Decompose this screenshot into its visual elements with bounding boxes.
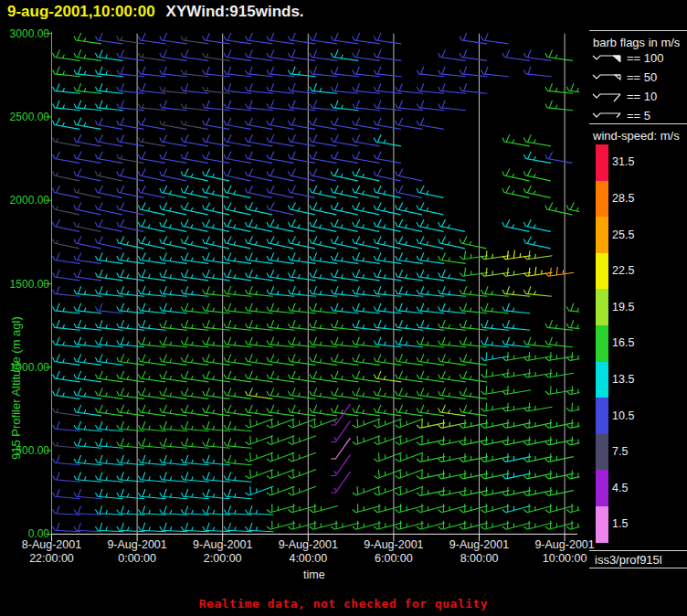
wind-profiler-display: 9-aug-2001,10:00:00 XYWind:915winds. 300… xyxy=(0,0,687,616)
wind-barb xyxy=(117,67,144,77)
wind-barb xyxy=(160,252,187,263)
wind-barb xyxy=(566,403,595,411)
filled-pennant-icon xyxy=(592,49,623,66)
barb-legend-item: == 5 xyxy=(592,107,650,123)
wind-barb xyxy=(267,49,294,60)
wind-barb xyxy=(95,439,122,449)
wind-barb xyxy=(460,286,487,296)
wind-barb xyxy=(331,320,358,330)
wind-barb xyxy=(117,439,144,449)
wind-barb xyxy=(396,303,423,313)
wind-barb xyxy=(74,473,101,483)
wind-barb xyxy=(53,83,80,93)
wind-barb xyxy=(203,303,230,313)
wind-barb xyxy=(181,337,208,347)
wind-barb xyxy=(417,320,444,330)
wind-barb xyxy=(224,337,251,347)
wind-barb xyxy=(310,83,337,93)
wind-barb xyxy=(160,439,187,449)
wind-barb xyxy=(138,371,165,382)
wind-barb xyxy=(95,67,122,77)
wind-barb xyxy=(246,320,273,330)
wind-barb xyxy=(53,489,80,499)
wind-barb xyxy=(246,286,273,296)
wind-barb xyxy=(523,337,551,347)
wind-barb xyxy=(224,286,251,296)
wind-barb xyxy=(523,267,552,276)
wind-barb xyxy=(374,303,401,313)
wind-barb xyxy=(417,186,443,197)
wind-barb xyxy=(310,252,337,263)
wind-barb xyxy=(502,286,530,296)
wind-barb xyxy=(117,388,144,398)
colorbar-bin-label: 31.5 xyxy=(612,156,634,168)
wind-barb xyxy=(331,286,358,296)
wind-barb xyxy=(374,49,401,60)
wind-barb xyxy=(502,303,530,313)
wind-barb xyxy=(288,371,315,382)
wind-barb xyxy=(439,337,466,347)
wind-barb xyxy=(224,252,251,263)
wind-barb xyxy=(331,388,358,398)
wind-barb xyxy=(331,405,358,416)
wind-barb xyxy=(181,303,208,313)
wind-barb xyxy=(267,67,294,77)
wind-barb xyxy=(224,67,251,77)
wind-barb xyxy=(374,337,401,347)
wind-barb xyxy=(138,83,165,93)
wind-barb xyxy=(374,83,401,93)
barb-legend-label: == 5 xyxy=(627,109,650,122)
wind-barb xyxy=(246,49,273,60)
wind-barb xyxy=(160,49,187,60)
wind-barb xyxy=(53,303,80,313)
wind-barb xyxy=(481,67,509,77)
wind-barb xyxy=(203,405,230,416)
wind-barb xyxy=(181,252,208,263)
wind-barb xyxy=(224,303,251,313)
wind-barb xyxy=(460,33,487,44)
half-barb-icon xyxy=(592,107,623,123)
wind-barb xyxy=(460,268,488,276)
wind-barb xyxy=(353,83,380,93)
colorbar-bin-label: 13.5 xyxy=(612,374,634,386)
wind-barb xyxy=(160,67,187,77)
wind-barb xyxy=(181,489,208,499)
wind-barb xyxy=(288,286,315,296)
wind-barb xyxy=(267,83,294,93)
wind-barb xyxy=(481,250,510,259)
wind-barb xyxy=(353,303,380,313)
wind-barb xyxy=(160,473,187,483)
wind-barb xyxy=(224,33,251,44)
wind-barb xyxy=(160,320,187,330)
wind-barb xyxy=(523,67,551,77)
wind-barb xyxy=(53,239,79,249)
wind-barb xyxy=(53,252,80,263)
wind-barb xyxy=(417,405,444,416)
wind-barb xyxy=(224,270,251,281)
wind-barb xyxy=(138,439,165,449)
wind-barb xyxy=(203,473,230,483)
wind-barb xyxy=(523,219,550,231)
wind-barb xyxy=(331,49,358,60)
wind-barb xyxy=(117,270,144,281)
wind-barb xyxy=(138,489,165,499)
wind-barb xyxy=(396,169,422,181)
wind-barb xyxy=(138,354,165,365)
wind-barb xyxy=(353,270,380,281)
wind-barb xyxy=(246,405,273,416)
wind-barb xyxy=(417,337,444,347)
wind-barb xyxy=(502,250,531,260)
wind-barb xyxy=(288,49,315,60)
wind-barb xyxy=(267,33,294,44)
wind-barb xyxy=(439,67,466,77)
wind-barb xyxy=(353,388,380,398)
colorbar-bin-label: 28.5 xyxy=(612,193,634,205)
wind-barb xyxy=(545,320,573,330)
wind-barb xyxy=(246,303,273,313)
barb-legend-item: == 100 xyxy=(592,49,664,66)
wind-barb xyxy=(566,504,595,513)
wind-barb xyxy=(310,101,337,111)
colorbar-bin-label: 22.5 xyxy=(612,265,634,277)
wind-barb xyxy=(417,118,444,130)
wind-barb xyxy=(353,67,380,77)
